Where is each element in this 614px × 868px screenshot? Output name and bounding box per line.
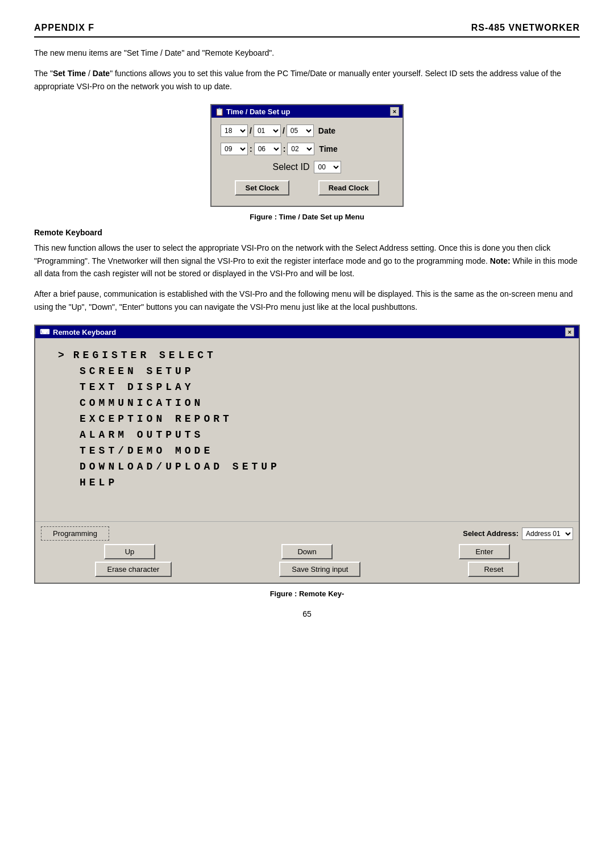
time-date-dialog: 📋 Time / Date Set up × 18 / 01 / 05 Date: [210, 104, 404, 207]
time-min-select[interactable]: 06: [254, 143, 281, 155]
enter-button[interactable]: Enter: [459, 544, 510, 559]
intro-paragraph-2: The "Set Time / Date" functions allows y…: [34, 67, 580, 93]
dialog-buttons: Set Clock Read Clock: [221, 180, 393, 199]
date-label: Date: [318, 126, 335, 135]
intro-paragraph-1: The new menu items are "Set Time / Date"…: [34, 47, 580, 59]
reset-button[interactable]: Reset: [468, 562, 519, 577]
select-address-select[interactable]: Address 01: [522, 528, 573, 540]
date-bold: Date: [93, 69, 110, 78]
select-id-select[interactable]: 00: [314, 161, 341, 173]
time-row: 09 : 06 : 02 Time: [221, 143, 393, 155]
time-date-titlebar: 📋 Time / Date Set up ×: [211, 105, 403, 118]
time-sec-select[interactable]: 02: [287, 143, 314, 155]
remote-keyboard-heading: Remote Keyboard: [34, 228, 580, 237]
date-day-select[interactable]: 18: [221, 124, 248, 137]
erase-character-button[interactable]: Erase character: [95, 562, 172, 577]
page-header: APPENDIX F RS-485 VNETWORKER: [34, 23, 580, 38]
menu-item-screen-setup[interactable]: SCREEN SETUP: [58, 366, 556, 377]
set-time-bold: Set Time: [53, 69, 86, 78]
rk-close-button[interactable]: ×: [565, 327, 574, 337]
menu-item-test-demo[interactable]: TEST/DEMO MODE: [58, 445, 556, 456]
appendix-label: APPENDIX F: [34, 23, 94, 33]
rk-nav-buttons-row: Up Down Enter: [41, 544, 573, 559]
rk-footer: Programming Select Address: Address 01 U…: [35, 521, 579, 583]
down-button[interactable]: Down: [281, 544, 333, 559]
menu-item-exception-report[interactable]: EXCEPTION REPORT: [58, 413, 556, 425]
rk-menu-body: > REGISTER SELECT SCREEN SETUP TEXT DISP…: [35, 338, 579, 521]
date-year-select[interactable]: 05: [287, 124, 314, 137]
rk-action-buttons-row: Erase character Save String input Reset: [41, 562, 573, 577]
select-address-label: Select Address:: [463, 529, 518, 538]
dialog-close-button[interactable]: ×: [390, 107, 399, 116]
rk-titlebar: ⌨ Remote Keyboard ×: [35, 326, 579, 338]
time-label: Time: [319, 144, 337, 153]
figure1-caption: Figure : Time / Date Set up Menu: [34, 213, 580, 221]
date-row: 18 / 01 / 05 Date: [221, 124, 393, 137]
rk-footer-top: Programming Select Address: Address 01: [41, 526, 573, 541]
page-number: 65: [34, 609, 580, 618]
remote-keyboard-dialog: ⌨ Remote Keyboard × > REGISTER SELECT SC…: [34, 325, 580, 584]
body-paragraph-3: After a brief pause, communication is es…: [34, 288, 580, 313]
menu-item-download-upload[interactable]: DOWNLOAD/UPLOAD SETUP: [58, 461, 556, 472]
keyboard-icon: ⌨: [40, 328, 49, 336]
menu-item-text-display[interactable]: TEXT DISPLAY: [58, 381, 556, 393]
menu-item-alarm-outputs[interactable]: ALARM OUTPUTS: [58, 429, 556, 441]
up-button[interactable]: Up: [104, 544, 155, 559]
read-clock-button[interactable]: Read Clock: [318, 180, 379, 196]
menu-item-help[interactable]: HELP: [58, 477, 556, 488]
programming-button[interactable]: Programming: [41, 526, 109, 541]
clock-icon: 📋: [215, 107, 224, 116]
menu-item-register-select[interactable]: > REGISTER SELECT: [58, 350, 556, 361]
time-hour-select[interactable]: 09: [221, 143, 248, 155]
dialog-body: 18 / 01 / 05 Date 09 : 06: [211, 118, 403, 206]
save-string-input-button[interactable]: Save String input: [279, 562, 360, 577]
figure2-caption: Figure : Remote Key-: [34, 589, 580, 598]
menu-item-communication[interactable]: COMMUNICATION: [58, 397, 556, 409]
body-paragraph-2: This new function allows the user to sel…: [34, 242, 580, 280]
select-address-container: Select Address: Address 01: [463, 528, 573, 540]
note-bold: Note:: [490, 256, 511, 265]
select-id-label: Select ID: [273, 162, 310, 172]
product-label: RS-485 VNETWORKER: [471, 23, 580, 33]
date-month-select[interactable]: 01: [254, 124, 281, 137]
rk-title: Remote Keyboard: [53, 328, 116, 337]
select-id-row: Select ID 00: [221, 161, 393, 173]
selection-arrow: >: [58, 350, 68, 361]
time-date-dialog-container: 📋 Time / Date Set up × 18 / 01 / 05 Date: [34, 104, 580, 207]
dialog-title: Time / Date Set up: [226, 107, 290, 116]
set-clock-button[interactable]: Set Clock: [235, 180, 289, 196]
